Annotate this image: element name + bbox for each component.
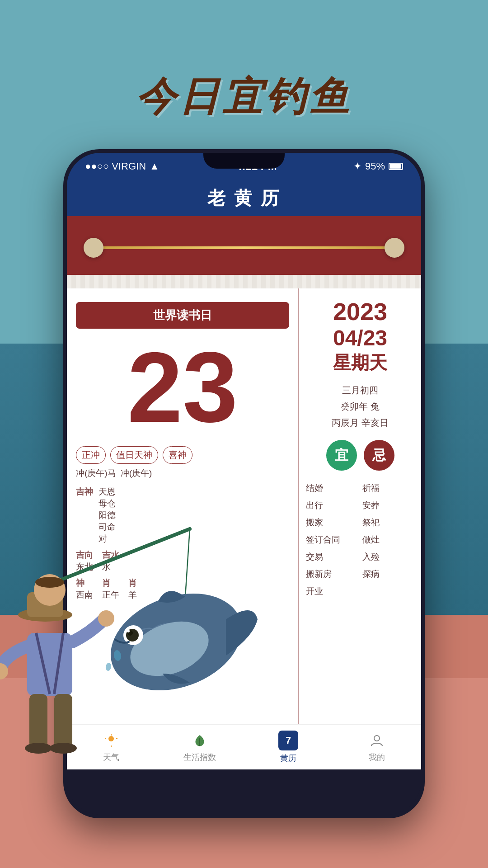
yi-item-jiehun: 结婚 [306,480,358,497]
day-number: 23 [76,338,289,437]
main-title: 今日宜钓鱼 [0,70,488,124]
wifi-icon: ▲ [150,160,160,172]
calendar-tags-row: 正冲 值日天神 喜神 [76,446,289,464]
lunar-line1: 三月初四 [306,382,414,398]
zhongchong-tag: 正冲 [76,446,106,464]
ji-item-tanbing: 探病 [362,566,414,583]
svg-rect-17 [54,694,72,748]
profile-label: 我的 [369,752,385,763]
yi-ji-buttons: 宜 忌 [306,440,414,471]
special-day-tag: 世界读书日 [76,302,289,329]
chong-right: 冲(庚午) [121,467,152,479]
ji-item-rudian: 入殓 [362,548,414,566]
calendar-rod [94,246,394,249]
yi-item-chuxing: 出行 [306,497,358,514]
calendar-knob-left [84,238,103,258]
yi-ji-lists: 结婚 出行 搬家 签订合同 交易 搬新房 开业 祈福 安葬 祭祀 做 [306,480,414,600]
calendar-label: 黄历 [280,753,296,764]
status-right-icons: ✦ 95% [353,160,403,172]
app-header: 老 黄 历 [67,180,421,216]
svg-point-12 [35,577,64,588]
xishen-tag: 喜神 [163,446,192,464]
carrier-text: ●●○○ VIRGIN [85,160,146,172]
svg-point-19 [50,743,77,754]
yi-list: 结婚 出行 搬家 签订合同 交易 搬新房 开业 [306,480,358,600]
svg-point-27 [127,630,130,632]
chong-left: 冲(庚午)马 [76,467,116,479]
app-title-text: 老 黄 历 [207,186,281,211]
lunar-line2: 癸卯年 兔 [306,398,414,415]
chong-row: 冲(庚午)马 冲(庚午) [76,467,289,479]
svg-rect-16 [29,694,47,748]
yi-item-hetong: 签订合同 [306,531,358,548]
jishen-label: 吉神 [76,486,99,498]
svg-point-6 [374,736,380,741]
bluetooth-icon: ✦ [353,160,361,172]
date-year: 2023 [306,297,414,326]
yi-item-kaiye: 开业 [306,583,358,600]
battery-text: 95% [365,160,385,172]
ji-item-qifu: 祈福 [362,480,414,497]
yi-button[interactable]: 宜 [326,440,357,471]
ji-button[interactable]: 忌 [364,440,394,471]
yi-item-jiaoyi: 交易 [306,548,358,566]
calendar-knob-right [385,238,404,258]
ji-item-anzang: 安葬 [362,497,414,514]
lunar-line3: 丙辰月 辛亥日 [306,415,414,431]
nav-profile[interactable]: 我的 [333,731,421,763]
status-carrier: ●●○○ VIRGIN ▲ [85,160,160,172]
calendar-torn-edge [67,275,421,288]
lunar-info: 三月初四 癸卯年 兔 丙辰月 辛亥日 [306,382,414,431]
fish-illustration [90,565,262,710]
profile-icon [368,731,386,750]
phone-notch [203,153,285,169]
svg-rect-13 [27,633,72,696]
calendar-right-panel: 2023 04/23 星期天 三月初四 癸卯年 兔 丙辰月 辛亥日 宜 忌 [299,288,421,769]
svg-point-29 [105,662,112,671]
ji-list: 祈福 安葬 祭祀 做灶 入殓 探病 [362,480,414,600]
date-weekday: 星期天 [306,350,414,375]
battery-icon [389,163,403,170]
tianshen-tag: 值日天神 [110,446,158,464]
date-month-day: 04/23 [306,326,414,350]
calendar-nav-icon: 7 [278,731,298,750]
ji-item-zuozao: 做灶 [362,531,414,548]
yi-item-banjia: 搬家 [306,514,358,531]
ji-item-jisi: 祭祀 [362,514,414,531]
nav-calendar[interactable]: 7 黄历 [244,731,333,764]
yi-item-xinfang: 搬新房 [306,566,358,583]
svg-point-18 [25,743,52,754]
calendar-top-section [67,216,421,279]
